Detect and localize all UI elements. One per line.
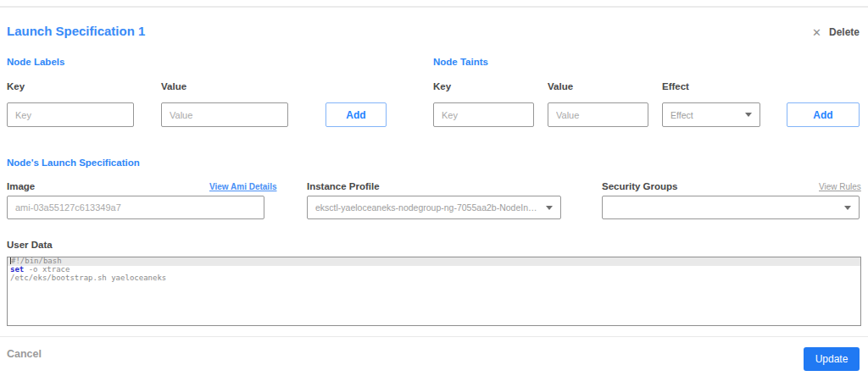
node-labels-key-label: Key	[7, 81, 25, 91]
update-button[interactable]: Update	[804, 347, 860, 371]
chevron-down-icon	[745, 113, 752, 117]
code-line-3: /etc/eks/bootstrap.sh yaeloceaneks	[8, 274, 860, 283]
cancel-button[interactable]: Cancel	[7, 348, 42, 360]
effect-select-placeholder: Effect	[670, 110, 738, 120]
instance-profile-label: Instance Profile	[307, 181, 380, 191]
view-ami-details-link[interactable]: View Ami Details	[209, 182, 276, 191]
node-labels-heading: Node Labels	[7, 57, 64, 67]
launch-specification-panel: Launch Specification 1 ✕ Delete Node Lab…	[0, 0, 868, 376]
code-line-1: #!/bin/bash	[8, 257, 860, 266]
security-groups-select[interactable]	[602, 196, 860, 219]
image-label: Image	[7, 181, 35, 191]
node-labels-add-button[interactable]: Add	[326, 102, 387, 127]
node-labels-key-input[interactable]	[7, 102, 134, 127]
node-labels-value-label: Value	[161, 81, 186, 91]
close-icon: ✕	[812, 27, 821, 38]
delete-button-label: Delete	[829, 26, 860, 38]
image-input[interactable]	[7, 196, 264, 219]
node-labels-value-input[interactable]	[161, 102, 288, 127]
page-title: Launch Specification 1	[7, 24, 145, 38]
instance-profile-value: eksctl-yaeloceaneks-nodegroup-ng-7055aa2…	[315, 202, 539, 213]
footer-divider	[0, 336, 868, 337]
node-taints-value-label: Value	[548, 81, 573, 91]
node-taints-value-input[interactable]	[548, 102, 648, 127]
user-data-code-editor[interactable]: #!/bin/bash set -o xtrace /etc/eks/boots…	[7, 257, 861, 326]
launch-spec-heading: Node's Launch Specification	[7, 158, 140, 168]
chevron-down-icon	[546, 206, 553, 210]
node-taints-key-input[interactable]	[433, 102, 534, 127]
instance-profile-select[interactable]: eksctl-yaeloceaneks-nodegroup-ng-7055aa2…	[307, 196, 561, 219]
top-divider	[0, 6, 868, 8]
chevron-down-icon	[844, 206, 851, 210]
node-taints-effect-select[interactable]: Effect	[662, 102, 760, 127]
node-taints-add-button[interactable]: Add	[787, 102, 860, 127]
node-taints-effect-label: Effect	[662, 81, 689, 91]
delete-button[interactable]: ✕ Delete	[812, 26, 860, 38]
user-data-label: User Data	[7, 240, 53, 250]
view-rules-link[interactable]: View Rules	[819, 182, 861, 191]
node-taints-heading: Node Taints	[433, 57, 488, 67]
node-taints-key-label: Key	[433, 81, 451, 91]
security-groups-label: Security Groups	[602, 181, 677, 191]
